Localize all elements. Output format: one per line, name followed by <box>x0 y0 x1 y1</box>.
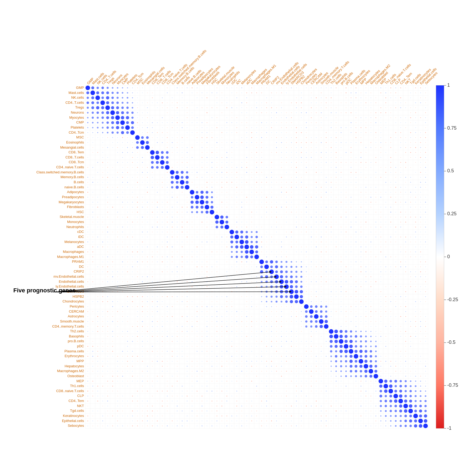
main-container <box>0 0 476 458</box>
correlation-matrix <box>0 0 476 458</box>
